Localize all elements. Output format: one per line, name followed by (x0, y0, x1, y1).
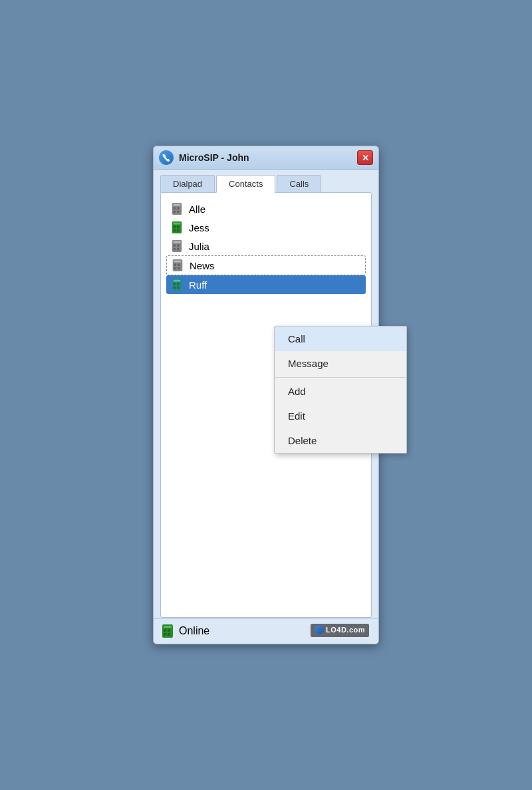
contact-list: Alle Jess (166, 199, 366, 294)
window-title: MicroSIP - John (179, 152, 249, 163)
svg-rect-7 (174, 223, 181, 225)
context-divider (275, 377, 406, 378)
contact-item[interactable]: Ruff (166, 275, 366, 294)
svg-rect-20 (174, 263, 177, 266)
svg-rect-16 (174, 248, 176, 251)
online-status-icon (162, 624, 174, 638)
svg-rect-19 (174, 261, 182, 263)
svg-rect-29 (177, 287, 180, 289)
contact-name: Ruff (189, 279, 207, 291)
svg-rect-10 (174, 229, 176, 232)
content-area: Alle Jess (160, 192, 372, 618)
contact-item[interactable]: News (166, 255, 366, 275)
svg-rect-2 (174, 207, 176, 209)
contact-name: News (190, 260, 215, 271)
svg-rect-11 (177, 229, 180, 232)
status-icon-teal (170, 278, 184, 291)
svg-rect-28 (174, 287, 176, 289)
context-menu-message[interactable]: Message (275, 351, 406, 376)
context-menu-edit[interactable]: Edit (275, 404, 406, 428)
status-icon-gray (170, 239, 184, 253)
application-window: MicroSIP - John ✕ Dialpad Contacts Calls… (153, 146, 379, 644)
svg-rect-31 (164, 626, 172, 628)
tab-dialpad[interactable]: Dialpad (160, 175, 215, 192)
svg-rect-1 (174, 204, 181, 206)
titlebar: MicroSIP - John ✕ (154, 146, 378, 170)
svg-rect-26 (174, 283, 176, 285)
app-icon (159, 150, 174, 165)
context-menu-delete[interactable]: Delete (275, 428, 406, 453)
svg-rect-13 (174, 241, 181, 243)
contact-name: Alle (189, 203, 205, 215)
svg-rect-17 (177, 248, 180, 251)
svg-rect-25 (174, 280, 181, 282)
tab-bar: Dialpad Contacts Calls (154, 170, 378, 192)
svg-rect-4 (174, 211, 176, 213)
close-button[interactable]: ✕ (357, 150, 373, 165)
svg-rect-34 (164, 633, 166, 636)
svg-rect-3 (177, 207, 180, 209)
svg-rect-23 (178, 267, 180, 270)
status-icon-green (170, 221, 184, 234)
svg-rect-27 (177, 283, 180, 285)
lo4d-logo: LO4D.com (315, 625, 365, 634)
svg-rect-33 (168, 629, 170, 632)
status-icon-gray (170, 202, 184, 215)
watermark-text: LO4D.com (326, 626, 365, 634)
svg-rect-5 (177, 211, 180, 213)
svg-rect-21 (178, 263, 180, 266)
context-menu-add[interactable]: Add (275, 379, 406, 404)
watermark: LO4D.com (311, 624, 369, 637)
svg-rect-15 (177, 244, 180, 247)
lo4d-globe-icon (315, 625, 324, 634)
svg-rect-8 (174, 225, 176, 228)
svg-rect-32 (164, 629, 166, 632)
tab-contacts[interactable]: Contacts (216, 175, 275, 193)
contact-item[interactable]: Julia (166, 237, 366, 255)
context-menu-call[interactable]: Call (275, 327, 406, 351)
svg-rect-22 (174, 267, 177, 270)
contact-item[interactable]: Alle (166, 199, 366, 218)
status-icon-gray (171, 259, 184, 272)
svg-rect-35 (168, 633, 170, 636)
context-menu: Call Message Add Edit Delete (274, 326, 407, 454)
contact-name: Julia (189, 241, 209, 252)
tab-calls[interactable]: Calls (277, 175, 321, 192)
contact-name: Jess (189, 222, 209, 233)
contact-item[interactable]: Jess (166, 218, 366, 237)
titlebar-left: MicroSIP - John (159, 150, 249, 165)
svg-rect-14 (174, 244, 176, 247)
status-label: Online (179, 625, 209, 637)
svg-rect-9 (177, 225, 180, 228)
